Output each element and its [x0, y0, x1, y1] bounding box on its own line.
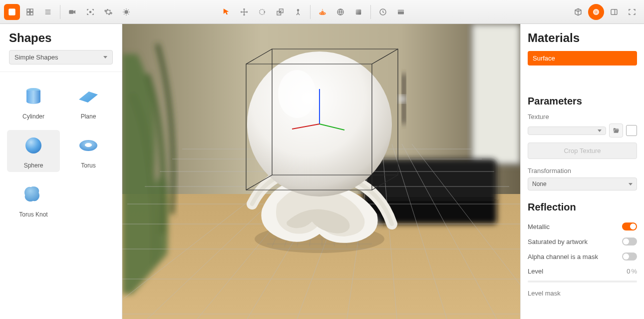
sphere-icon [21, 133, 46, 158]
folder-open-icon [613, 127, 620, 134]
material-item-surface[interactable]: Surface [528, 51, 637, 66]
svg-rect-4 [30, 12, 33, 14]
material-mode-button[interactable] [588, 4, 604, 20]
history-button[interactable] [375, 4, 391, 20]
texture-label: Texture [528, 113, 637, 120]
transformation-label: Transformation [528, 167, 637, 174]
shape-label: Cylinder [22, 113, 44, 120]
parameters-title: Parameters [528, 96, 637, 107]
brightness-button[interactable] [118, 4, 134, 20]
alpha-mask-label: Alpha channel is a mask [528, 253, 598, 260]
scale-tool-button[interactable] [272, 4, 288, 20]
svg-point-23 [25, 138, 41, 154]
svg-rect-2 [30, 9, 33, 12]
shape-item-torus[interactable]: Torus [62, 130, 115, 172]
viewport[interactable] [122, 24, 520, 319]
cylinder-icon [21, 84, 46, 109]
layout-grid-button[interactable] [22, 4, 38, 20]
shape-item-plane[interactable]: Plane [62, 81, 115, 123]
shapes-grid: Cylinder Plane Sphere Torus [0, 72, 122, 230]
chevron-down-icon [629, 183, 633, 186]
shape-label: Torus Knot [19, 211, 47, 218]
shapes-panel: Shapes Simple Shapes Cylinder Plane [0, 24, 122, 319]
focus-button[interactable] [82, 4, 98, 20]
shape-label: Torus [81, 162, 95, 169]
level-label: Level [528, 268, 543, 275]
transformation-select[interactable]: None [528, 178, 637, 190]
chevron-down-icon [103, 56, 107, 58]
torus-knot-icon [21, 182, 46, 207]
list-button[interactable] [40, 4, 56, 20]
toolbar-separator [310, 5, 311, 19]
settings-button[interactable] [100, 4, 116, 20]
panel-toggle-button[interactable] [606, 4, 622, 20]
svg-point-22 [26, 99, 40, 104]
crop-texture-label: Crop Texture [564, 147, 601, 154]
texture-select[interactable] [528, 126, 606, 135]
shape-label: Sphere [24, 162, 43, 169]
svg-point-25 [85, 143, 92, 147]
animation-button[interactable] [393, 4, 409, 20]
metallic-label: Metallic [528, 223, 550, 230]
shapes-panel-title: Shapes [0, 24, 122, 50]
material-item-label: Surface [533, 54, 555, 62]
fullscreen-button[interactable] [624, 4, 640, 20]
ground-button[interactable] [315, 4, 330, 20]
materials-panel-title: Materials [528, 31, 637, 51]
svg-rect-14 [356, 9, 361, 14]
level-mask-label: Level mask [528, 290, 637, 297]
toolbar-separator [370, 5, 371, 19]
svg-point-31 [398, 95, 406, 103]
svg-point-7 [125, 10, 128, 14]
move-tool-button[interactable] [236, 4, 252, 20]
open-texture-button[interactable] [609, 124, 623, 138]
snap-tool-button[interactable] [290, 4, 306, 20]
materials-panel: Materials Surface Parameters Texture Cro… [520, 24, 644, 319]
svg-point-38 [278, 70, 316, 118]
shape-category-value: Simple Shapes [14, 54, 58, 61]
camera-button[interactable] [64, 4, 80, 20]
svg-point-18 [595, 10, 598, 13]
texture-color-swatch[interactable] [626, 125, 637, 136]
level-unit: % [631, 268, 637, 275]
svg-rect-5 [69, 10, 73, 14]
svg-point-6 [90, 11, 91, 12]
environment-button[interactable] [332, 4, 348, 20]
level-value: 0 [627, 268, 630, 275]
transformation-value: None [532, 180, 547, 188]
svg-rect-3 [27, 12, 29, 14]
plane-icon [76, 84, 101, 109]
alpha-mask-toggle[interactable] [622, 252, 637, 260]
torus-icon [76, 133, 101, 158]
saturated-toggle[interactable] [622, 238, 637, 246]
main-area: Shapes Simple Shapes Cylinder Plane [0, 24, 644, 319]
shape-item-sphere[interactable]: Sphere [7, 130, 60, 172]
svg-rect-19 [611, 9, 617, 14]
metallic-toggle[interactable] [622, 222, 637, 230]
shape-category-select[interactable]: Simple Shapes [9, 50, 113, 64]
add-button[interactable] [4, 4, 20, 20]
chevron-down-icon [598, 130, 602, 132]
cursor-tool-button[interactable] [218, 4, 234, 20]
svg-point-11 [298, 9, 299, 10]
rotate-tool-button[interactable] [254, 4, 270, 20]
svg-rect-28 [472, 24, 520, 164]
level-slider[interactable] [528, 280, 637, 282]
top-toolbar [0, 0, 644, 24]
svg-point-8 [260, 9, 265, 14]
toolbar-separator [60, 5, 60, 19]
shape-item-cylinder[interactable]: Cylinder [7, 81, 60, 123]
gradient-button[interactable] [350, 4, 366, 20]
view-cube-button[interactable] [570, 4, 586, 20]
saturated-label: Saturated by artwork [528, 238, 588, 246]
crop-texture-button: Crop Texture [528, 142, 637, 159]
shape-item-torusknot[interactable]: Torus Knot [7, 179, 60, 221]
scene-render [122, 24, 520, 319]
shape-label: Plane [81, 113, 96, 120]
reflection-title: Reflection [528, 202, 637, 213]
svg-rect-1 [27, 9, 29, 12]
